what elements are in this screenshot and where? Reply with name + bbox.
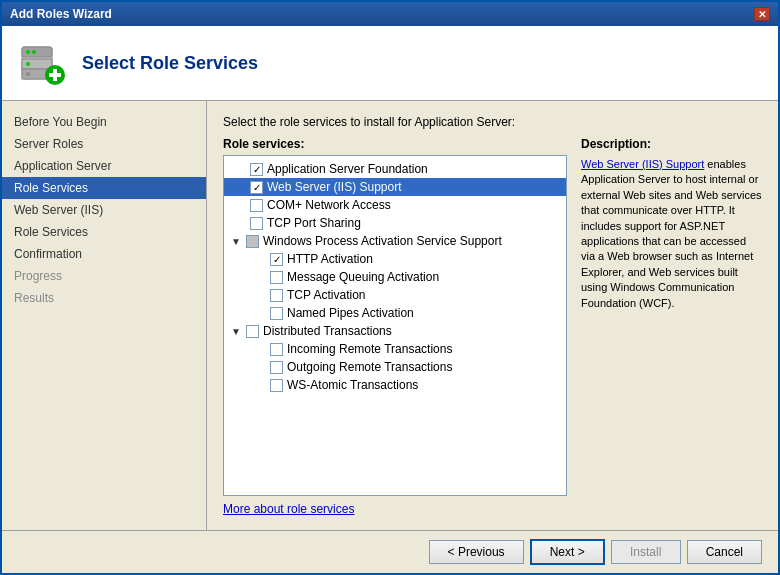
checkbox-http-activation[interactable]: ✓ xyxy=(270,253,283,266)
tree-panel[interactable]: ✓ Application Server Foundation ✓ Web Se… xyxy=(223,155,567,496)
svg-point-6 xyxy=(26,62,30,66)
expander-1 xyxy=(232,179,248,195)
tree-item-tcp-activation[interactable]: TCP Activation xyxy=(224,286,566,304)
description-body: enables Application Server to host inter… xyxy=(581,158,762,309)
description-title: Description: xyxy=(581,137,762,151)
previous-button[interactable]: < Previous xyxy=(429,540,524,564)
sidebar-item-server-roles[interactable]: Server Roles xyxy=(2,133,206,155)
tree-item-outgoing-remote[interactable]: Outgoing Remote Transactions xyxy=(224,358,566,376)
tree-item-app-server-foundation[interactable]: ✓ Application Server Foundation xyxy=(224,160,566,178)
main-window: Add Roles Wizard ✕ S xyxy=(0,0,780,575)
label-distributed-tx: Distributed Transactions xyxy=(263,324,392,338)
label-outgoing-remote: Outgoing Remote Transactions xyxy=(287,360,452,374)
checkbox-web-server-iis-support[interactable]: ✓ xyxy=(250,181,263,194)
sidebar-item-role-services[interactable]: Role Services xyxy=(2,177,206,199)
sidebar: Before You Begin Server Roles Applicatio… xyxy=(2,101,207,530)
checkbox-ws-atomic[interactable] xyxy=(270,379,283,392)
more-about-role-services-link[interactable]: More about role services xyxy=(223,502,354,516)
sidebar-item-progress: Progress xyxy=(2,265,206,287)
tree-item-distributed-tx[interactable]: ▼ Distributed Transactions xyxy=(224,322,566,340)
expander-0 xyxy=(232,161,248,177)
tree-item-incoming-remote[interactable]: Incoming Remote Transactions xyxy=(224,340,566,358)
description-text: Web Server (IIS) Support enables Applica… xyxy=(581,157,762,311)
header-icon xyxy=(18,39,66,87)
sidebar-item-confirmation[interactable]: Confirmation xyxy=(2,243,206,265)
checkbox-tcp-port-sharing[interactable] xyxy=(250,217,263,230)
page-title: Select Role Services xyxy=(82,53,258,74)
install-button[interactable]: Install xyxy=(611,540,681,564)
expander-tcp xyxy=(252,287,268,303)
tree-item-tcp-port-sharing[interactable]: TCP Port Sharing xyxy=(224,214,566,232)
description-link[interactable]: Web Server (IIS) Support xyxy=(581,158,704,170)
sidebar-item-role-services-2[interactable]: Role Services xyxy=(2,221,206,243)
role-services-label: Role services: xyxy=(223,137,567,151)
expander-http xyxy=(252,251,268,267)
instruction-text: Select the role services to install for … xyxy=(223,115,762,129)
label-app-server-foundation: Application Server Foundation xyxy=(267,162,428,176)
tree-item-http-activation[interactable]: ✓ HTTP Activation xyxy=(224,250,566,268)
checkbox-com-network[interactable] xyxy=(250,199,263,212)
checkbox-tcp-activation[interactable] xyxy=(270,289,283,302)
label-named-pipes: Named Pipes Activation xyxy=(287,306,414,320)
svg-rect-10 xyxy=(49,73,61,77)
cancel-button[interactable]: Cancel xyxy=(687,540,762,564)
expander-mq xyxy=(252,269,268,285)
label-tcp-port-sharing: TCP Port Sharing xyxy=(267,216,361,230)
tree-item-message-queuing[interactable]: Message Queuing Activation xyxy=(224,268,566,286)
main-right: Role services: ✓ Application Server Foun… xyxy=(223,137,762,516)
close-button[interactable]: ✕ xyxy=(754,7,770,21)
sidebar-item-web-server-iis[interactable]: Web Server (IIS) xyxy=(2,199,206,221)
label-http-activation: HTTP Activation xyxy=(287,252,373,266)
more-link-area: More about role services xyxy=(223,502,567,516)
svg-point-5 xyxy=(32,50,36,54)
label-com-network: COM+ Network Access xyxy=(267,198,391,212)
content-area: Select the role services to install for … xyxy=(207,101,778,530)
next-button[interactable]: Next > xyxy=(530,539,605,565)
expander-wsa xyxy=(252,377,268,393)
titlebar-title: Add Roles Wizard xyxy=(10,7,112,21)
expander-dtx[interactable]: ▼ xyxy=(228,323,244,339)
sidebar-item-application-server[interactable]: Application Server xyxy=(2,155,206,177)
footer: < Previous Next > Install Cancel xyxy=(2,530,778,573)
label-ws-atomic: WS-Atomic Transactions xyxy=(287,378,418,392)
tree-item-com-network[interactable]: COM+ Network Access xyxy=(224,196,566,214)
label-web-server-iis-support: Web Server (IIS) Support xyxy=(267,180,402,194)
expander-np xyxy=(252,305,268,321)
main-content: Before You Begin Server Roles Applicatio… xyxy=(2,101,778,530)
titlebar-left: Add Roles Wizard xyxy=(10,7,112,21)
expander-3 xyxy=(232,215,248,231)
svg-point-7 xyxy=(26,72,30,76)
description-panel: Description: Web Server (IIS) Support en… xyxy=(567,137,762,516)
checkbox-app-server-foundation[interactable]: ✓ xyxy=(250,163,263,176)
expander-or xyxy=(252,359,268,375)
header-area: Select Role Services xyxy=(2,26,778,101)
checkbox-wpas[interactable] xyxy=(246,235,259,248)
checkbox-outgoing-remote[interactable] xyxy=(270,361,283,374)
svg-point-4 xyxy=(26,50,30,54)
titlebar: Add Roles Wizard ✕ xyxy=(2,2,778,26)
sidebar-item-results: Results xyxy=(2,287,206,309)
expander-2 xyxy=(232,197,248,213)
checkbox-named-pipes[interactable] xyxy=(270,307,283,320)
tree-item-named-pipes[interactable]: Named Pipes Activation xyxy=(224,304,566,322)
tree-item-ws-atomic[interactable]: WS-Atomic Transactions xyxy=(224,376,566,394)
sidebar-item-before-you-begin[interactable]: Before You Begin xyxy=(2,111,206,133)
label-wpas: Windows Process Activation Service Suppo… xyxy=(263,234,502,248)
label-tcp-activation: TCP Activation xyxy=(287,288,365,302)
checkbox-incoming-remote[interactable] xyxy=(270,343,283,356)
checkbox-message-queuing[interactable] xyxy=(270,271,283,284)
tree-item-web-server-iis-support[interactable]: ✓ Web Server (IIS) Support xyxy=(224,178,566,196)
label-message-queuing: Message Queuing Activation xyxy=(287,270,439,284)
server-plus-icon xyxy=(18,39,66,87)
left-column: Role services: ✓ Application Server Foun… xyxy=(223,137,567,516)
label-incoming-remote: Incoming Remote Transactions xyxy=(287,342,452,356)
checkbox-distributed-tx[interactable] xyxy=(246,325,259,338)
expander-wpas[interactable]: ▼ xyxy=(228,233,244,249)
expander-ir xyxy=(252,341,268,357)
tree-item-wpas[interactable]: ▼ Windows Process Activation Service Sup… xyxy=(224,232,566,250)
